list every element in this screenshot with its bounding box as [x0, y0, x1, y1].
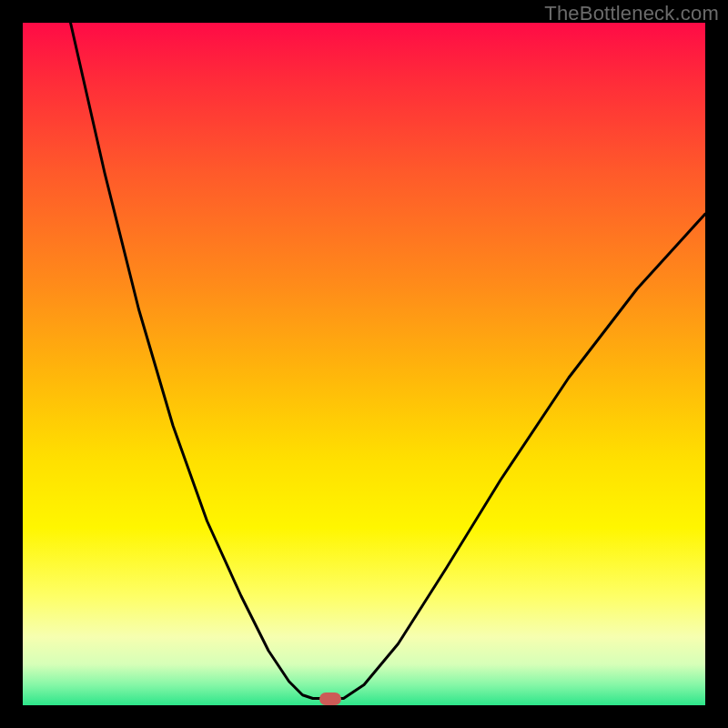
- plot-area: [23, 23, 705, 705]
- chart-frame: TheBottleneck.com: [0, 0, 728, 728]
- curve-svg: [23, 23, 705, 705]
- watermark-text: TheBottleneck.com: [544, 2, 719, 25]
- curve-path: [71, 23, 706, 699]
- optimal-marker: [319, 693, 341, 705]
